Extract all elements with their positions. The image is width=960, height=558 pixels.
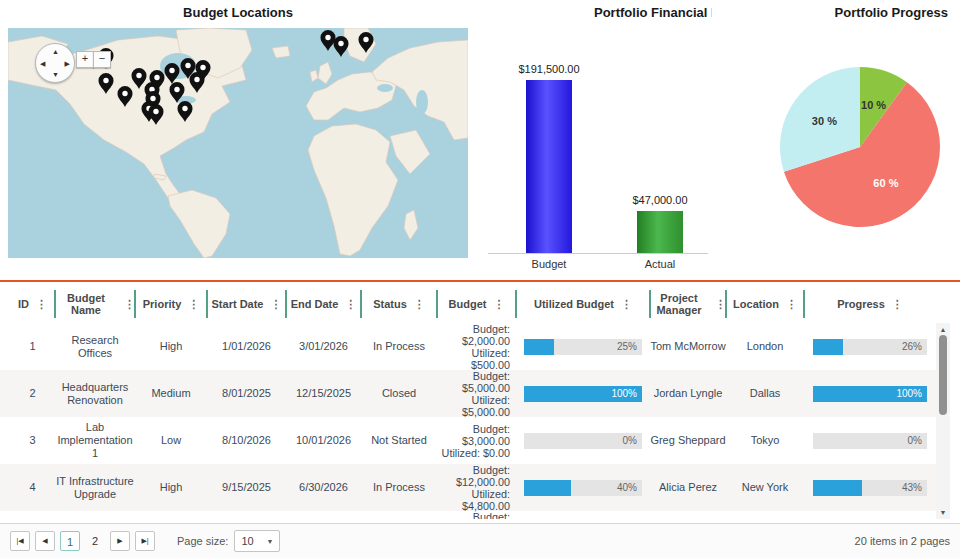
column-menu-icon[interactable]: ⋮ xyxy=(270,298,281,310)
bar-value-label: $47,000.00 xyxy=(610,194,710,206)
budget-line: Budget: xyxy=(473,464,510,476)
column-menu-icon[interactable]: ⋮ xyxy=(188,298,199,310)
first-page-button[interactable]: |◀ xyxy=(10,531,30,551)
cell-project-manager: Jordan Lyngle xyxy=(650,370,726,417)
budget-line: Budget: xyxy=(473,511,510,519)
column-header-progress[interactable]: Progress⋮ xyxy=(804,285,936,323)
progress-bar-track: 0% xyxy=(524,433,642,449)
world-map[interactable]: ▲ ▼ ◀ ▶ + − xyxy=(8,28,468,258)
column-menu-icon[interactable]: ⋮ xyxy=(621,298,632,310)
column-header-label: Priority xyxy=(143,298,182,310)
page-size-select[interactable]: 10 ▼ xyxy=(234,530,280,552)
pie-slice-label: 60 % xyxy=(873,177,898,189)
bar-budget[interactable] xyxy=(526,80,572,253)
scrollbar-down-icon[interactable]: ▼ xyxy=(936,509,950,516)
map-pin-icon[interactable] xyxy=(321,30,336,51)
cell-budget-name xyxy=(55,511,135,519)
pan-down-icon[interactable]: ▼ xyxy=(52,71,59,78)
column-header-id[interactable]: ID⋮ xyxy=(10,285,55,323)
cell-priority-text: High xyxy=(160,481,183,494)
cell-status-text: In Process xyxy=(373,481,425,494)
bar-value-label: $191,500.00 xyxy=(499,63,599,75)
cell-project-manager-text: Alicia Perez xyxy=(659,481,717,494)
cell-budget-name-text: IT Infrastructure Upgrade xyxy=(55,475,135,501)
cell-utilized-budget: 25% xyxy=(516,323,650,370)
cell-progress: 43% xyxy=(804,464,936,511)
column-menu-icon[interactable]: ⋮ xyxy=(345,298,356,310)
column-header-start-date[interactable]: Start Date⋮ xyxy=(207,285,286,323)
column-header-status[interactable]: Status⋮ xyxy=(361,285,437,323)
cell-progress: 26% xyxy=(804,323,936,370)
progress-bar-track: 100% xyxy=(813,386,927,402)
column-header-utilized-budget[interactable]: Utilized Budget⋮ xyxy=(516,285,650,323)
cell-start-date-text: 8/10/2026 xyxy=(222,434,271,447)
scrollbar-thumb[interactable] xyxy=(939,335,947,415)
cell-end-date xyxy=(286,511,361,519)
cell-end-date: 6/30/2026 xyxy=(286,464,361,511)
prev-page-button[interactable]: ◀ xyxy=(35,531,55,551)
column-header-priority[interactable]: Priority⋮ xyxy=(135,285,207,323)
cell-project-manager xyxy=(650,511,726,519)
cell-budget: Budget: xyxy=(437,511,516,519)
table-row[interactable]: 2Headquarters RenovationMedium8/01/20251… xyxy=(0,370,936,417)
dashboard: Budget Locations xyxy=(0,0,960,558)
table-row[interactable]: 4IT Infrastructure UpgradeHigh9/15/20256… xyxy=(0,464,936,511)
cell-budget-name: Lab Implementation 1 xyxy=(55,417,135,464)
pan-up-icon[interactable]: ▲ xyxy=(52,48,59,55)
bar-actual[interactable] xyxy=(637,211,683,253)
cell-end-date-text: 6/30/2026 xyxy=(299,481,348,494)
cell-status: Closed xyxy=(361,370,437,417)
grid-header-row: ID⋮Budget Name⋮Priority⋮Start Date⋮End D… xyxy=(0,285,950,323)
column-menu-icon[interactable]: ⋮ xyxy=(414,298,425,310)
cell-start-date: 1/01/2026 xyxy=(207,323,286,370)
cell-progress xyxy=(804,511,936,519)
map-pin-icon[interactable] xyxy=(334,36,349,57)
cell-project-manager-text: Jordan Lyngle xyxy=(654,387,723,400)
map-pan-control[interactable]: ▲ ▼ ◀ ▶ xyxy=(35,43,75,83)
pan-right-icon[interactable]: ▶ xyxy=(65,60,70,67)
budget-line: Utilized: xyxy=(472,347,510,359)
cell-budget: Budget:$5,000.00Utilized:$5,000.00 xyxy=(437,370,516,417)
column-header-label: Status xyxy=(373,298,407,310)
grid-scrollbar[interactable]: ▲ ▼ xyxy=(936,323,950,519)
page-button-1[interactable]: 1 xyxy=(60,531,80,551)
budget-line: Budget: xyxy=(473,323,510,335)
column-header-label: ID xyxy=(18,298,29,310)
cell-budget-name-text: Headquarters Renovation xyxy=(55,381,135,407)
scrollbar-up-icon[interactable]: ▲ xyxy=(936,326,950,333)
column-menu-icon[interactable]: ⋮ xyxy=(36,298,47,310)
cell-status xyxy=(361,511,437,519)
budget-line: Budget: xyxy=(473,370,510,382)
budget-line: $5,000.00 xyxy=(462,382,510,394)
column-header-location[interactable]: Location⋮ xyxy=(726,285,804,323)
column-menu-icon[interactable]: ⋮ xyxy=(493,298,504,310)
column-menu-icon[interactable]: ⋮ xyxy=(786,298,797,310)
table-row[interactable]: 3Lab Implementation 1Low8/10/202610/01/2… xyxy=(0,417,936,464)
column-header-budget[interactable]: Budget⋮ xyxy=(437,285,516,323)
pie-chart: 10 %60 %30 % xyxy=(720,0,960,281)
column-header-label: Project Manager xyxy=(650,292,708,316)
page-size-value: 10 xyxy=(241,535,253,547)
zoom-out-button[interactable]: − xyxy=(93,51,111,68)
next-page-button[interactable]: ▶ xyxy=(110,531,130,551)
page-button-2[interactable]: 2 xyxy=(85,531,105,551)
last-page-button[interactable]: ▶| xyxy=(135,531,155,551)
budget-line: Utilized: xyxy=(472,394,510,406)
cell-utilized-budget xyxy=(516,511,650,519)
cell-budget-name-text: Research Offices xyxy=(55,334,135,360)
column-header-project-manager[interactable]: Project Manager⋮ xyxy=(650,285,726,323)
cell-location-text: Tokyo xyxy=(751,434,780,447)
budget-line: $4,800.00 xyxy=(462,500,510,512)
table-row[interactable]: Budget: xyxy=(0,511,936,519)
table-row[interactable]: 1Research OfficesHigh1/01/20263/01/2026I… xyxy=(0,323,936,370)
zoom-in-button[interactable]: + xyxy=(76,51,94,68)
map-widget: Budget Locations xyxy=(8,0,468,258)
column-header-label: Utilized Budget xyxy=(534,298,614,310)
cell-priority: Low xyxy=(135,417,207,464)
column-header-label: End Date xyxy=(291,298,339,310)
pan-left-icon[interactable]: ◀ xyxy=(40,60,45,67)
progress-bar-label: 25% xyxy=(617,339,637,355)
column-header-end-date[interactable]: End Date⋮ xyxy=(286,285,361,323)
column-header-budget-name[interactable]: Budget Name⋮ xyxy=(55,285,135,323)
column-menu-icon[interactable]: ⋮ xyxy=(892,298,903,310)
